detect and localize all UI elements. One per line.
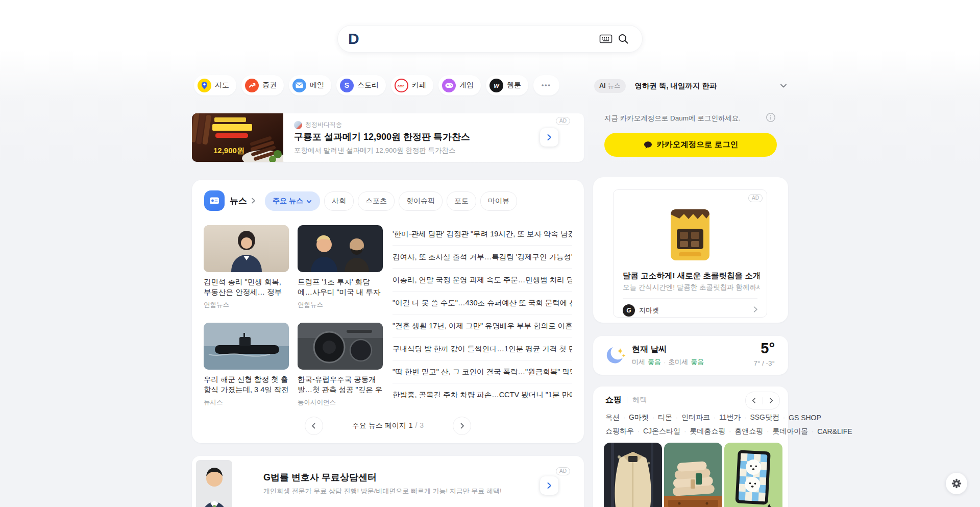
top-ad-title[interactable]: 구룡포 설과메기 12,900원 한정판 특가찬스 bbox=[294, 131, 470, 143]
shortcut-mail[interactable]: 메일 bbox=[289, 75, 331, 95]
top-ad-next-button[interactable] bbox=[540, 128, 558, 147]
shortcut-label: 스토리 bbox=[357, 81, 379, 90]
shopping-link[interactable]: 롯데아이몰 bbox=[772, 427, 808, 436]
divider bbox=[623, 298, 757, 299]
news-thumbnail bbox=[204, 225, 289, 272]
shopping-link[interactable]: 쇼핑하우 bbox=[605, 427, 634, 436]
news-card-title: 트럼프 '1조 투자' 화답에…사우디 "미국 내 투자도 확대" 정상 회담 bbox=[298, 277, 383, 297]
shortcut-story[interactable]: S 스토리 bbox=[336, 75, 386, 95]
headline-item[interactable]: '한미-관세 담판' 김정관 "무려 19시간, 또 보자 약속 남겼다" bbox=[393, 223, 572, 245]
bottom-ad-banner[interactable]: G법률 변호사 무료상담센터 개인회생 전문가 무료 상담 진행! 방문/비대면… bbox=[192, 456, 584, 507]
side-ad-card[interactable]: AD 달콤 고소하게! 새로운 초콜릿칩을 소개합니다 오늘 간식시간엔! 달콤… bbox=[613, 189, 767, 318]
side-ad-chevron-icon[interactable] bbox=[751, 305, 760, 313]
headline-item[interactable]: "이걸 다 못 쓸 수도"…430조 슈퍼예산 또 국회 문턱에 선 정부 bbox=[393, 291, 572, 314]
kakao-login-button[interactable]: 카카오계정으로 로그인 bbox=[604, 133, 777, 157]
shopping-product-row bbox=[604, 443, 782, 507]
shopping-link[interactable]: 홈앤쇼핑 bbox=[734, 427, 763, 436]
news-card[interactable]: 우리 해군 신형 함정 첫 출항식 가졌는데, 3 4일 작전 투입 뉴시스 bbox=[204, 323, 289, 407]
info-icon[interactable] bbox=[766, 112, 776, 123]
side-ad-advertiser: G 지마켓 bbox=[623, 304, 659, 317]
shopping-link[interactable]: SSG닷컴 bbox=[750, 413, 779, 422]
news-card[interactable]: 김민석 총리 "민생 회복, 부동산은 안정세… 정부부처 합동의 대책을 '최… bbox=[204, 225, 289, 309]
news-pagination: 주요 뉴스 페이지 1 / 3 bbox=[192, 417, 584, 435]
shortcut-cafe[interactable]: cafe 카페 bbox=[391, 75, 433, 95]
headline-item[interactable]: "결혼 생활 17년, 이제 그만" 유명배우 부부 합의로 이혼절 마쳐 bbox=[393, 314, 572, 337]
shopping-next-button[interactable] bbox=[763, 392, 780, 409]
shopping-link[interactable]: GS SHOP bbox=[789, 414, 821, 422]
side-ad-title[interactable]: 달콤 고소하게! 새로운 초콜릿칩을 소개합니다 bbox=[623, 271, 760, 281]
pagination-status: 주요 뉴스 페이지 1 / 3 bbox=[350, 421, 426, 430]
news-card[interactable]: 한국-유럽우주국 공동개발…첫 관측 성공 "깊은 우주비밀 어디 까지나?" … bbox=[298, 323, 383, 407]
headline-item[interactable]: 한밤중, 골목길 주차 차량 파손…CCTV 봤더니 "1분 만에 뚝, 또 나… bbox=[393, 383, 572, 406]
weather-title: 현재 날씨 bbox=[632, 344, 667, 355]
search-bar: D bbox=[337, 25, 643, 53]
shortcut-label: 증권 bbox=[262, 81, 277, 90]
shopping-link[interactable]: 티몬 bbox=[658, 413, 672, 422]
news-card-source: 뉴시스 bbox=[204, 398, 289, 407]
news-card-source: 연합뉴스 bbox=[204, 301, 289, 309]
tab-my-view[interactable]: 마이뷰 bbox=[480, 191, 517, 211]
shopping-title[interactable]: 쇼핑 bbox=[605, 395, 622, 405]
news-card-title: 우리 해군 신형 함정 첫 출항식 가졌는데, 3 4일 작전 투입 bbox=[204, 374, 289, 395]
news-card-title: 한국-유럽우주국 공동개발…첫 관측 성공 "깊은 우주비밀 어디 까지나?" … bbox=[298, 374, 383, 395]
next-page-button[interactable] bbox=[453, 417, 471, 435]
headline-item[interactable]: 이총리, 연말 국정 운영 과제 속도 주문…민생법 처리 당부 bbox=[393, 268, 572, 291]
shopping-link[interactable]: 인터파크 bbox=[681, 413, 710, 422]
weather-widget[interactable]: 현재 날씨 미세 좋음 · 초미세 좋음 5° 7° / -3° bbox=[593, 336, 788, 375]
chevron-down-icon[interactable] bbox=[779, 81, 788, 90]
bottom-ad-next-button[interactable] bbox=[540, 476, 558, 495]
news-card[interactable]: 트럼프 '1조 투자' 화답에…사우디 "미국 내 투자도 확대" 정상 회담 … bbox=[298, 225, 383, 309]
shopping-prev-button[interactable] bbox=[746, 392, 763, 409]
shortcut-more-button[interactable]: ••• bbox=[533, 75, 559, 95]
tab-society[interactable]: 사회 bbox=[324, 191, 354, 211]
settings-gear-button[interactable] bbox=[946, 473, 967, 494]
headline-item[interactable]: "딱 한번 믿고" 산, 그 코인이 결국 폭락…"원금회복" 막막해 bbox=[393, 360, 572, 383]
bottom-ad-photo bbox=[196, 460, 232, 507]
news-module-title: 뉴스 bbox=[230, 195, 247, 207]
headline-item[interactable]: 구내식당 밥 한끼 값이 들썩인다…1인분 평균 가격 첫 만원 돌파해 bbox=[393, 337, 572, 360]
side-ad-description: 오늘 간식시간엔! 달콤한 초콜릿칩과 함께하세요. bbox=[623, 283, 760, 292]
shopping-link[interactable]: 롯데홈쇼핑 bbox=[690, 427, 725, 436]
shopping-link[interactable]: CJ온스타일 bbox=[643, 427, 680, 436]
search-input[interactable] bbox=[366, 28, 597, 50]
shortcut-webtoon[interactable]: w 웹툰 bbox=[486, 75, 528, 95]
product-image[interactable] bbox=[604, 443, 662, 507]
ai-news-headline[interactable]: 영하권 뚝, 내일까지 한파 bbox=[635, 81, 775, 91]
shortcut-label: 메일 bbox=[310, 81, 324, 90]
bottom-ad-title[interactable]: G법률 변호사 무료상담센터 bbox=[263, 471, 377, 484]
virtual-keyboard-icon[interactable] bbox=[597, 30, 615, 47]
product-image[interactable] bbox=[724, 443, 782, 507]
shopping-link[interactable]: 옥션 bbox=[605, 413, 620, 422]
top-ad-banner[interactable]: 12,900원 청정바다직송 구룡포 설과메기 12,900원 한정판 특가찬스… bbox=[192, 113, 584, 162]
webtoon-icon: w bbox=[489, 79, 503, 92]
game-icon bbox=[442, 79, 456, 92]
shopping-link[interactable]: G마켓 bbox=[629, 413, 649, 422]
moon-weather-icon bbox=[603, 344, 627, 369]
search-icon[interactable] bbox=[615, 30, 632, 47]
shopping-links-row1: 옥션· G마켓· 티몬· 인터파크· 11번가· SSG닷컴· GS SHOP bbox=[605, 413, 781, 422]
prev-page-button[interactable] bbox=[305, 417, 323, 435]
shortcut-stock[interactable]: 증권 bbox=[241, 75, 284, 95]
tab-sports[interactable]: 스포츠 bbox=[358, 191, 395, 211]
shortcut-game[interactable]: 게임 bbox=[438, 75, 481, 95]
svg-text:12,900원: 12,900원 bbox=[213, 146, 244, 155]
map-pin-icon bbox=[198, 79, 211, 92]
headline-item[interactable]: 김여사, 또 조사실 출석 거부…특검팀 '강제구인 가능성' 검토 착수, 왜… bbox=[393, 245, 572, 268]
tab-photo[interactable]: 포토 bbox=[447, 191, 476, 211]
product-image[interactable] bbox=[664, 443, 722, 507]
shortcut-label: 카페 bbox=[412, 81, 426, 90]
chevron-right-icon[interactable] bbox=[249, 197, 257, 205]
news-card-title: 김민석 총리 "민생 회복, 부동산은 안정세… 정부부처 합동의 대책을 '최… bbox=[204, 277, 289, 297]
news-card-source: 동아사이언스 bbox=[298, 398, 383, 407]
shopping-benefit-tab[interactable]: 혜택 bbox=[632, 395, 647, 405]
ad-badge: AD bbox=[748, 194, 763, 202]
tab-hot-issue[interactable]: 핫이슈픽 bbox=[399, 191, 443, 211]
shortcut-map[interactable]: 지도 bbox=[194, 75, 236, 95]
news-module: 뉴스 주요 뉴스 사회 스포츠 핫이슈픽 포토 마이뷰 김민석 총리 "민생 회… bbox=[192, 180, 584, 443]
mail-icon bbox=[292, 79, 306, 92]
advertiser-logo-icon bbox=[294, 121, 302, 129]
shopping-carousel-nav bbox=[745, 392, 780, 409]
shopping-link[interactable]: CAR&LIFE bbox=[817, 427, 852, 436]
shopping-link[interactable]: 11번가 bbox=[719, 413, 741, 422]
tab-main-news[interactable]: 주요 뉴스 bbox=[265, 191, 320, 211]
